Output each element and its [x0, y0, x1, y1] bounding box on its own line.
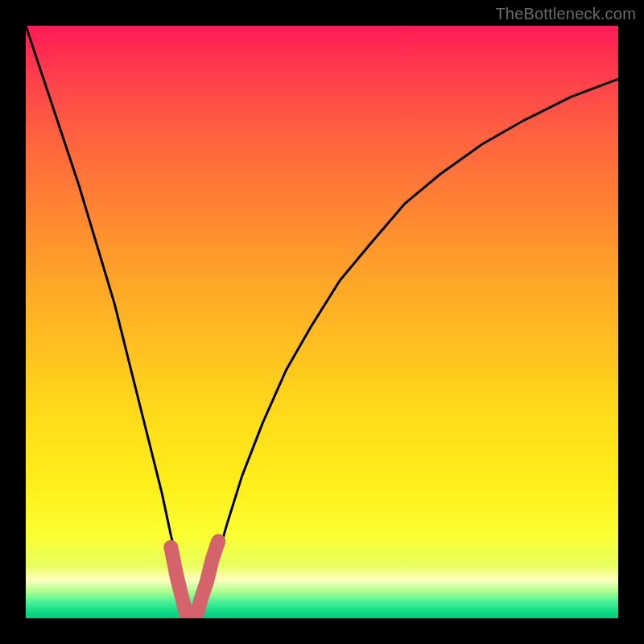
bottleneck-curve — [26, 26, 618, 613]
chart-frame: TheBottleneck.com — [0, 0, 644, 644]
watermark-text: TheBottleneck.com — [495, 5, 636, 23]
optimal-range-highlight — [171, 541, 218, 615]
plot-area — [26, 26, 618, 618]
curve-svg — [26, 26, 618, 618]
